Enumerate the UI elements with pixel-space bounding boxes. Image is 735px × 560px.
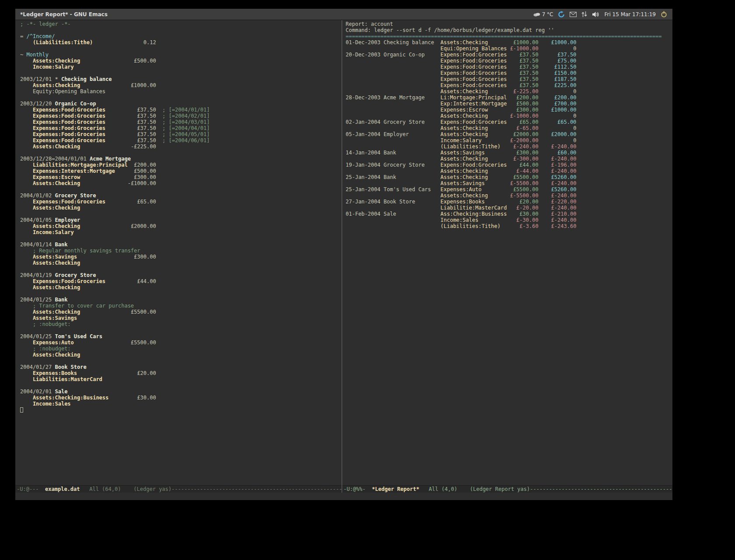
report-row[interactable]: 19-Jan-2004 Grocery StoreExpens:Food:Gro… [346,162,672,168]
buffer-line[interactable]: Equity:Opening Balances [20,88,342,94]
weather-widget[interactable]: 7 °C [533,11,553,18]
buffer-line[interactable]: Assets:Checking £500.00 [20,58,342,64]
report-row[interactable]: Expens:Food:Groceries£37.50£225.00 [346,82,672,88]
buffer-line[interactable] [20,150,342,156]
buffer-line[interactable]: Expenses:Food:Groceries £37.50 ; [=2004/… [20,131,342,137]
buffer-line[interactable]: 2003/12/20 Organic Co-op [20,101,342,107]
buffer-line[interactable]: Assets:Checking £2000.00 [20,223,342,229]
buffer-line[interactable]: (Liabilities:Tithe) 0.12 [20,39,342,46]
buffer-line[interactable]: Assets:Checking -£1000.00 [20,180,342,186]
report-row[interactable]: Exp:Interest:Mortgage£500.00£700.00 [346,101,672,107]
buffer-line[interactable]: ; Transfer to cover car purchase [20,303,342,309]
buffer-line[interactable]: Expenses:Food:Groceries £37.50 ; [=2004/… [20,119,342,125]
report-row[interactable]: 27-Jan-2004 Book StoreExpenses:Books£20.… [346,199,672,205]
buffer-line[interactable]: ; Regular monthly savings transfer [20,248,342,254]
buffer-line[interactable]: 2003/12/28=2004/01/01 Acme Mortgage [20,156,342,162]
buffer-line[interactable]: ; :nobudget: [20,321,342,327]
network-arrows-icon[interactable] [581,11,587,18]
buffer-line[interactable] [20,266,342,272]
buffer-line[interactable]: 2004/01/05 Employer [20,217,342,223]
buffer-line[interactable]: Assets:Checking [20,205,342,211]
buffer-line[interactable]: Expenses:Books £20.00 [20,370,342,376]
buffer-line[interactable]: Assets:Savings [20,315,342,321]
refresh-icon[interactable] [558,11,565,18]
report-row[interactable]: 20-Dec-2003 Organic Co-opExpens:Food:Gro… [346,52,672,58]
buffer-line[interactable]: Assets:Checking -£225.00 [20,144,342,150]
report-row[interactable]: 05-Jan-2004 EmployerAssets:Checking£2000… [346,131,672,137]
report-row[interactable]: Expens:Food:Groceries£37.50£187.50 [346,76,672,82]
buffer-line[interactable]: Assets:Checking [20,352,342,358]
ledger-file-window[interactable]: ; -*- ledger -*-= /^Income/ (Liabilities… [15,20,342,493]
buffer-line[interactable]: Expenses:Auto £5500.00 [20,340,342,346]
report-row[interactable]: Expenses:Escrow£300.00£1000.00 [346,107,672,113]
buffer-line[interactable]: 2004/01/25 Bank [20,297,342,303]
buffer-line[interactable]: 2004/01/02 Grocery Store [20,192,342,199]
buffer-line[interactable] [20,235,342,242]
right-modeline[interactable]: -U:@%%- *Ledger Report* All (4,0) (Ledge… [342,485,672,493]
report-row[interactable]: Assets:Checking£-300.00£-240.00 [346,156,672,162]
buffer-line[interactable] [20,382,342,388]
buffer-line[interactable]: Liabilities:MasterCard [20,376,342,382]
left-modeline[interactable]: -U:@--- example.dat All (64,0) (Ledger y… [15,485,342,493]
echo-area[interactable] [15,493,672,500]
buffer-line[interactable]: 2003/12/01 * Checking balance [20,76,342,82]
buffer-line[interactable] [20,211,342,217]
buffer-line[interactable]: 2004/01/25 Tom's Used Cars [20,333,342,340]
ledger-buffer[interactable]: ; -*- ledger -*-= /^Income/ (Liabilities… [15,20,342,485]
report-row[interactable]: Income:Salary£-2000.000 [346,137,672,144]
buffer-line[interactable]: = /^Income/ [20,33,342,39]
buffer-line[interactable] [20,70,342,76]
report-row[interactable]: Liabilitie:MasterCard£-20.00£-240.00 [346,205,672,211]
buffer-line[interactable]: Expenses:Food:Groceries £37.50 ; [=2004/… [20,107,342,113]
report-row[interactable]: 25-Jan-2004 BankAssets:Checking£5500.00£… [346,174,672,180]
report-row[interactable]: Assets:Checking£-44.00£-240.00 [346,168,672,174]
report-row[interactable]: 14-Jan-2004 BankAssets:Savings£300.00£60… [346,150,672,156]
buffer-line[interactable]: ; -*- ledger -*- [20,21,342,27]
buffer-line[interactable]: ~ Monthly [20,52,342,58]
buffer-line[interactable]: Expenses:Food:Groceries £44.00 [20,278,342,284]
report-row[interactable]: 01-Feb-2004 SaleAss:Checking:Business£30… [346,211,672,217]
report-row[interactable]: (Liabilities:Tithe)£-240.00£-240.00 [346,144,672,150]
buffer-line[interactable]: Assets:Checking £1000.00 [20,82,342,88]
buffer-line[interactable]: Assets:Checking £5500.00 [20,309,342,315]
volume-icon[interactable] [592,11,599,18]
buffer-line[interactable]: Expenses:Interest:Mortgage £500.00 [20,168,342,174]
report-row[interactable]: 02-Jan-2004 Grocery StoreExpens:Food:Gro… [346,119,672,125]
report-row[interactable]: Assets:Checking£-65.000 [346,125,672,131]
buffer-line[interactable] [20,327,342,333]
buffer-line[interactable] [20,27,342,33]
report-row[interactable]: 28-Dec-2003 Acme MortgageLi:Mortgage:Pri… [346,94,672,101]
report-row[interactable]: Assets:Checking£-5500.00£-240.00 [346,192,672,199]
buffer-line[interactable]: Assets:Checking:Business £30.00 [20,395,342,401]
report-row[interactable]: Assets:Checking£-225.000 [346,88,672,94]
report-row[interactable]: Expens:Food:Groceries£37.50£75.00 [346,58,672,64]
buffer-line[interactable]: 2004/01/19 Grocery Store [20,272,342,278]
buffer-line[interactable] [20,358,342,364]
report-row[interactable]: Assets:Checking£-1000.000 [346,113,672,119]
report-row[interactable]: Expens:Food:Groceries£37.50£112.50 [346,64,672,70]
buffer-line[interactable]: Expenses:Food:Groceries £65.00 [20,199,342,205]
power-icon[interactable] [661,11,667,18]
report-row[interactable]: 01-Dec-2003 Checking balanceAssets:Check… [346,39,672,46]
buffer-line[interactable]: Assets:Checking [20,284,342,290]
buffer-line[interactable] [20,186,342,192]
buffer-line[interactable]: Expenses:Food:Groceries £37.50 ; [=2004/… [20,113,342,119]
buffer-line[interactable]: Assets:Savings £300.00 [20,254,342,260]
buffer-line[interactable]: Liabilities:Mortgage:Principal £200.00 [20,162,342,168]
buffer-line[interactable]: Income:Salary [20,64,342,70]
buffer-line[interactable]: Income:Salary [20,229,342,235]
report-row[interactable]: Income:Sales£-30.00£-240.00 [346,217,672,223]
buffer-line[interactable]: Assets:Checking [20,260,342,266]
report-row[interactable]: (Liabilities:Tithe)£-3.60£-243.60 [346,223,672,229]
buffer-line[interactable]: 2004/02/01 Sale [20,388,342,395]
buffer-line[interactable]: Expenses:Food:Groceries £37.50 ; [=2004/… [20,137,342,144]
buffer-line[interactable]: 2004/01/14 Bank [20,242,342,248]
buffer-line[interactable] [20,46,342,52]
report-row[interactable]: 25-Jan-2004 Tom's Used CarsExpenses:Auto… [346,186,672,192]
buffer-line[interactable]: ; :nobudget: [20,346,342,352]
buffer-line[interactable] [20,290,342,297]
report-row[interactable]: Assets:Savings£-5500.00£-240.00 [346,180,672,186]
buffer-line[interactable]: 2004/01/27 Book Store [20,364,342,370]
ledger-report-window[interactable]: Report: account Command: ledger --sort d… [342,20,672,493]
report-row[interactable]: Expens:Food:Groceries£37.50£150.00 [346,70,672,76]
